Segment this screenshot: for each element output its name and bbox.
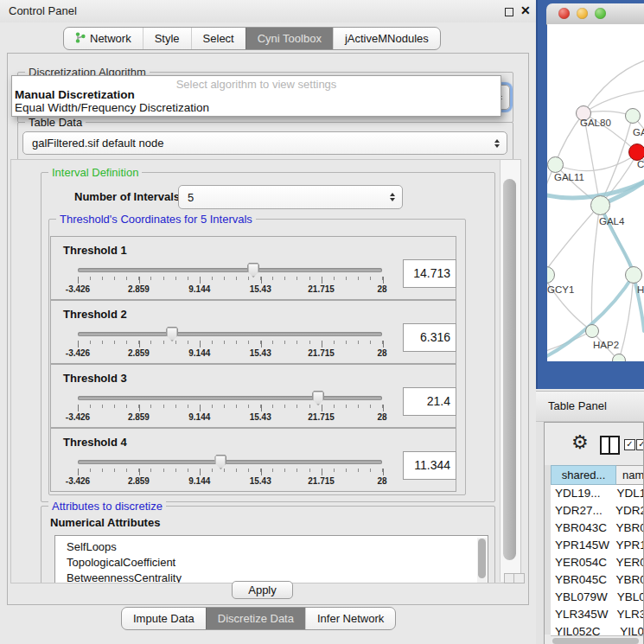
node-h[interactable]: [625, 266, 642, 284]
slider-thumb[interactable]: [247, 263, 259, 277]
stepper-arrows-icon[interactable]: [494, 139, 500, 148]
scrollbar-thumb[interactable]: [503, 179, 516, 560]
panel-vertical-scrollbar[interactable]: [500, 160, 520, 582]
top-tabbar: Network Style Select Cyni Toolbox jActiv…: [63, 27, 441, 50]
list-scrollbar[interactable]: [477, 538, 487, 583]
table-row[interactable]: YBL079WYBL0: [551, 589, 643, 606]
threshold-value-field[interactable]: 21.4: [403, 387, 456, 416]
tab-network[interactable]: Network: [64, 28, 143, 49]
algorithm-dropdown-popup: Select algorithm to view settings Manual…: [11, 75, 501, 117]
slider-tick-labels: -3.4262.8599.14415.4321.71528: [78, 476, 382, 487]
tab-cyni-toolbox[interactable]: Cyni Toolbox: [245, 28, 333, 49]
node-label: GA: [633, 127, 644, 137]
tab-label: Discretize Data: [218, 612, 294, 625]
dropdown-option-manual[interactable]: Manual Discretization: [15, 88, 135, 101]
threshold-slider[interactable]: [78, 268, 382, 272]
threshold-slider[interactable]: [78, 332, 382, 336]
tab-impute-data[interactable]: Impute Data: [122, 608, 206, 629]
slider-thumb[interactable]: [214, 455, 226, 469]
node-selected-red[interactable]: [628, 143, 644, 161]
node-hap2[interactable]: [585, 324, 599, 338]
table-row[interactable]: YBR043CYBR0: [551, 520, 643, 537]
table-row[interactable]: YER054CYER0: [551, 554, 643, 571]
scrollbar-corner: [504, 573, 525, 583]
threshold-label: Threshold 3: [63, 372, 127, 385]
threshold-value-field[interactable]: 14.713: [403, 259, 456, 288]
node-label: GCY1: [547, 284, 574, 295]
tab-label: Infer Network: [317, 612, 384, 625]
threshold-value-field[interactable]: 6.316: [403, 323, 456, 352]
tab-style[interactable]: Style: [143, 28, 191, 49]
group-title: Table Data: [25, 116, 86, 129]
tab-select[interactable]: Select: [191, 28, 245, 49]
scrollbar-thumb[interactable]: [552, 638, 639, 644]
threshold-row-2: Threshold 2 -3.4262.8599.14415.4321.7152…: [50, 300, 456, 364]
network-window-titlebar[interactable]: [546, 3, 644, 25]
slider-tick-labels: -3.4262.8599.14415.4321.71528: [78, 348, 382, 359]
threshold-label: Threshold 1: [63, 244, 127, 257]
table-data-combobox[interactable]: galFiltered.sif default node: [22, 131, 507, 155]
threshold-slider[interactable]: [78, 460, 382, 464]
tab-jactivemnodules[interactable]: jActiveMNodules: [333, 28, 440, 49]
checkbox-icon[interactable]: ✓: [636, 439, 644, 450]
threshold-slider[interactable]: [78, 396, 382, 400]
stepper-arrows-icon[interactable]: [390, 193, 395, 201]
combo-value: 5: [179, 191, 390, 204]
node-label: H: [637, 284, 644, 295]
checkbox-icon[interactable]: ✓: [624, 439, 635, 450]
group-title: Threshold's Coordinates for 5 Intervals: [56, 213, 256, 226]
slider-thumb[interactable]: [166, 327, 178, 341]
network-canvas[interactable]: GAL80 GA C GAL11 GAL4 GCY1 H HAP2: [547, 24, 644, 361]
combo-value: galFiltered.sif default node: [23, 137, 494, 150]
minimize-traffic-light-icon[interactable]: [577, 8, 588, 19]
column-header-shared-name[interactable]: shared...: [551, 465, 616, 485]
slider-ticks: [78, 341, 383, 344]
table-row[interactable]: YBR045CYBR0: [551, 571, 643, 589]
node-gal11[interactable]: [547, 156, 564, 173]
gear-icon[interactable]: ⚙: [571, 431, 589, 454]
tab-label: Network: [90, 32, 131, 45]
node-bottom[interactable]: [612, 354, 626, 361]
columns-icon[interactable]: [600, 436, 620, 455]
table-row[interactable]: YPR145WYPR1: [551, 537, 643, 554]
tab-infer-network[interactable]: Infer Network: [305, 608, 395, 629]
table-panel-titlebar: Table Panel: [536, 391, 644, 422]
node-gal4[interactable]: [590, 195, 610, 215]
num-intervals-label: Number of Intervals: [74, 190, 180, 203]
list-item[interactable]: SelfLoops: [55, 539, 488, 555]
table-row[interactable]: YIL052CYIL0: [551, 623, 643, 635]
node-label: C: [637, 159, 644, 169]
table-row[interactable]: YDL19...YDL1: [551, 485, 643, 502]
float-window-icon[interactable]: [505, 8, 513, 16]
zoom-traffic-light-icon[interactable]: [595, 8, 606, 19]
column-header-name[interactable]: name: [616, 465, 643, 485]
close-icon[interactable]: ✕: [520, 3, 531, 17]
slider-tick-labels: -3.4262.8599.14415.4321.71528: [78, 284, 382, 295]
settings-scrollpane: Interval Definition Number of Intervals …: [10, 159, 521, 583]
list-item[interactable]: TopologicalCoefficient: [55, 555, 488, 571]
node-ga[interactable]: [625, 108, 641, 124]
table-row[interactable]: YLR345WYLR3: [551, 606, 643, 623]
group-title: Interval Definition: [48, 166, 142, 179]
node-label: GAL4: [599, 216, 624, 226]
list-scrollbar-thumb[interactable]: [478, 539, 486, 578]
slider-thumb[interactable]: [312, 391, 324, 405]
close-traffic-light-icon[interactable]: [558, 8, 570, 19]
attributes-listbox[interactable]: SelfLoops TopologicalCoefficient Between…: [54, 535, 488, 583]
threshold-label: Threshold 4: [63, 436, 127, 449]
threshold-value-field[interactable]: 11.344: [403, 451, 456, 480]
table-row[interactable]: YDR27...YDR2: [551, 502, 643, 520]
tab-label: jActiveMNodules: [345, 32, 429, 45]
control-panel-titlebar: Control Panel ✕: [0, 0, 536, 22]
apply-button[interactable]: Apply: [232, 581, 293, 599]
num-intervals-combobox[interactable]: 5: [178, 185, 403, 209]
control-panel-title: Control Panel: [9, 4, 77, 17]
node-label: GAL11: [554, 172, 584, 182]
screen: Control Panel ✕ Network Style Select Cyn…: [0, 0, 644, 644]
bottom-tabbar: Impute Data Discretize Data Infer Networ…: [121, 607, 396, 630]
dropdown-option-equal-width[interactable]: Equal Width/Frequency Discretization: [15, 101, 209, 114]
tab-label: Impute Data: [133, 612, 194, 625]
network-edges: [547, 24, 644, 361]
tab-discretize-data[interactable]: Discretize Data: [206, 608, 305, 629]
table-horizontal-scrollbar[interactable]: [551, 635, 643, 644]
